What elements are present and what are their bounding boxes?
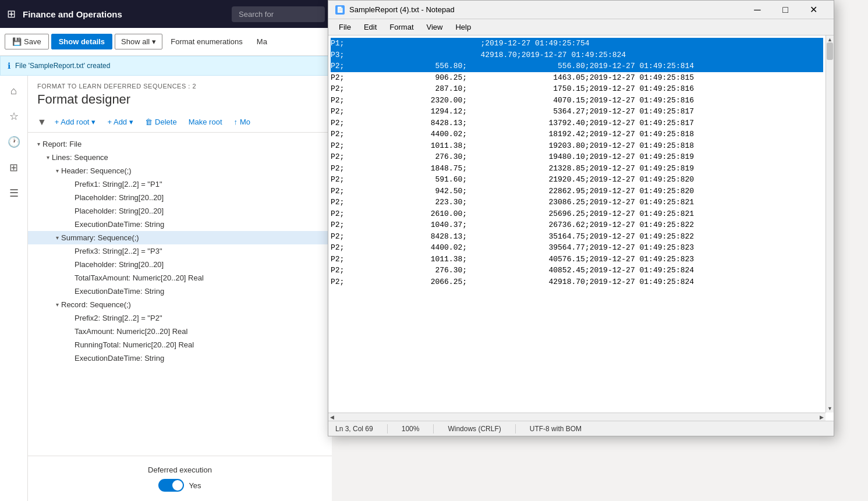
format-enumerations-button[interactable]: Format enumerations: [165, 34, 249, 49]
tree-item-label: TotalTaxAmount: Numeric[20..20] Real: [75, 273, 323, 282]
fo-app: ⊞ Finance and Operations 💾 Save Show det…: [0, 0, 332, 501]
tree-item[interactable]: Prefix3: String[2..2] = "P3": [28, 244, 332, 258]
maximize-button[interactable]: □: [772, 1, 799, 19]
notepad-line: P2; 287.10; 1750.15;2019-12-27 01:49:25:…: [331, 83, 823, 95]
tree-item[interactable]: Placeholder: String[20..20]: [28, 191, 332, 204]
fo-actionbar: ▼ + Add root ▾ + Add ▾ 🗑 Delete Make roo…: [28, 112, 332, 133]
tree-item[interactable]: RunningTotal: Numeric[20..20] Real: [28, 338, 332, 351]
deferred-toggle-row: Yes: [158, 479, 201, 492]
tree-item-label: Header: Sequence(;): [61, 166, 323, 175]
tree-item[interactable]: Placeholder: String[20..20]: [28, 258, 332, 271]
tree-item[interactable]: ▾Record: Sequence(;): [28, 298, 332, 311]
tree-item[interactable]: ▾Lines: Sequence: [28, 151, 332, 164]
fo-infobar: ℹ File 'SampleReport.txt' created: [0, 56, 332, 76]
save-icon: 💾: [12, 37, 22, 46]
infobar-message: File 'SampleReport.txt' created: [15, 62, 110, 70]
chevron-down-icon[interactable]: ▾: [56, 234, 59, 241]
notepad-line: P3; 42918.70;2019-12-27 01:49:25:824: [331, 49, 823, 61]
designer-title: Format designer: [37, 92, 323, 107]
filter-icon[interactable]: ▼: [37, 117, 47, 127]
scroll-up-arrow[interactable]: ▲: [827, 37, 832, 42]
scrollbar-thumb[interactable]: [827, 42, 833, 60]
notepad-app-icon: 📄: [335, 5, 345, 15]
scroll-left-arrow[interactable]: ◀: [328, 414, 336, 420]
show-all-button[interactable]: Show all ▾: [115, 34, 162, 49]
nav-workspace-icon[interactable]: ⊞: [3, 157, 24, 178]
menu-item-view[interactable]: View: [421, 20, 449, 34]
notepad-line: P2; 4400.02; 18192.42;2019-12-27 01:49:2…: [331, 129, 823, 140]
chevron-down-icon[interactable]: ▾: [56, 301, 59, 308]
tree-item[interactable]: Placeholder: String[20..20]: [28, 204, 332, 218]
menu-item-format[interactable]: Format: [384, 20, 419, 34]
nav-recent-icon[interactable]: 🕐: [3, 132, 24, 152]
deferred-label: Deferred execution: [148, 466, 212, 474]
add-root-chevron-icon: ▾: [91, 118, 95, 126]
make-root-label: Make root: [189, 118, 222, 126]
tree-item-label: ExecutionDateTime: String: [75, 287, 323, 296]
tree-item[interactable]: ExecutionDateTime: String: [28, 285, 332, 298]
tree-item-label: Report: File: [42, 140, 323, 148]
notepad-text-area[interactable]: P1; ;2019-12-27 01:49:25:754 P3; 42918.7…: [328, 35, 826, 413]
tree-item[interactable]: TotalTaxAmount: Numeric[20..20] Real: [28, 271, 332, 285]
tree-item-label: Prefix3: String[2..2] = "P3": [75, 247, 323, 255]
grid-icon[interactable]: ⊞: [7, 8, 16, 20]
chevron-down-icon[interactable]: ▾: [37, 141, 40, 147]
tree-item[interactable]: TaxAmount: Numeric[20..20] Real: [28, 325, 332, 338]
notepad-content: P1; ;2019-12-27 01:49:25:754 P3; 42918.7…: [328, 35, 834, 421]
vertical-scrollbar[interactable]: ▲ ▼: [826, 35, 834, 413]
show-details-button[interactable]: Show details: [51, 34, 112, 49]
cursor-position: Ln 3, Col 69: [335, 425, 373, 433]
add-root-button[interactable]: + Add root ▾: [51, 115, 100, 129]
format-designer-header: FORMAT TO LEARN DEFERRED SEQUENCES : 2 F…: [28, 76, 332, 112]
fo-tree: ▾Report: File▾Lines: Sequence▾Header: Se…: [28, 133, 332, 456]
scrollbar-track[interactable]: [826, 42, 834, 406]
tree-item-label: ExecutionDateTime: String: [75, 354, 323, 363]
tree-item[interactable]: ExecutionDateTime: String: [28, 218, 332, 231]
tree-item[interactable]: ▾Header: Sequence(;): [28, 164, 332, 177]
notepad-statusbar: Ln 3, Col 69 100% Windows (CRLF) UTF-8 w…: [328, 421, 834, 436]
notepad-line: P2; 942.50; 22862.95;2019-12-27 01:49:25…: [331, 186, 823, 197]
chevron-down-icon[interactable]: ▾: [56, 168, 59, 174]
fo-bottom: Deferred execution Yes: [28, 456, 332, 501]
fo-toolbar: 💾 Save Show details Show all ▾ Format en…: [0, 28, 332, 56]
tree-item[interactable]: Prefix2: String[2..2] = "P2": [28, 311, 332, 325]
notepad-line: P2; 591.60; 21920.45;2019-12-27 01:49:25…: [331, 174, 823, 186]
notepad-line: P2; 276.30; 19480.10;2019-12-27 01:49:25…: [331, 151, 823, 163]
tree-item[interactable]: ▾Report: File: [28, 137, 332, 151]
nav-star-icon[interactable]: ☆: [3, 106, 24, 127]
move-button[interactable]: ↑ Mo: [231, 115, 254, 129]
fo-topbar: ⊞ Finance and Operations: [0, 0, 332, 28]
menu-item-edit[interactable]: Edit: [358, 20, 382, 34]
add-root-label: + Add root: [55, 118, 90, 126]
menu-item-file[interactable]: File: [333, 20, 357, 34]
make-root-button[interactable]: Make root: [185, 115, 226, 129]
add-button[interactable]: + Add ▾: [104, 115, 137, 129]
scroll-right-arrow[interactable]: ▶: [818, 414, 826, 420]
show-all-label: Show all: [121, 37, 150, 46]
deferred-toggle[interactable]: [158, 479, 184, 492]
nav-home-icon[interactable]: ⌂: [3, 80, 24, 101]
chevron-down-icon[interactable]: ▾: [47, 154, 49, 161]
nav-list-icon[interactable]: ☰: [3, 183, 24, 204]
menu-item-help[interactable]: Help: [449, 20, 477, 34]
search-input[interactable]: [232, 6, 325, 22]
tree-item-label: Summary: Sequence(;): [61, 233, 323, 242]
close-button[interactable]: ✕: [800, 1, 827, 19]
scroll-down-arrow[interactable]: ▼: [827, 406, 832, 411]
notepad-line: P1; ;2019-12-27 01:49:25:754: [331, 38, 823, 49]
notepad-line: P2; 2066.25; 42918.70;2019-12-27 01:49:2…: [331, 276, 823, 288]
status-sep-3: [515, 424, 516, 434]
tree-item[interactable]: Prefix1: String[2..2] = "P1": [28, 177, 332, 191]
tree-item-label: RunningTotal: Numeric[20..20] Real: [75, 340, 323, 349]
horizontal-scrollbar[interactable]: ◀ ▶: [328, 413, 826, 421]
delete-button[interactable]: 🗑 Delete: [141, 115, 180, 129]
tree-item-label: Placeholder: String[20..20]: [75, 193, 323, 202]
add-label: + Add: [107, 118, 127, 126]
tree-item[interactable]: ▾Summary: Sequence(;): [28, 231, 332, 244]
tree-item-label: Record: Sequence(;): [61, 300, 323, 309]
toggle-knob: [172, 480, 183, 491]
save-button[interactable]: 💾 Save: [5, 34, 49, 49]
tree-item[interactable]: ExecutionDateTime: String: [28, 351, 332, 365]
more-button[interactable]: Ma: [251, 34, 273, 49]
minimize-button[interactable]: ─: [744, 1, 771, 19]
